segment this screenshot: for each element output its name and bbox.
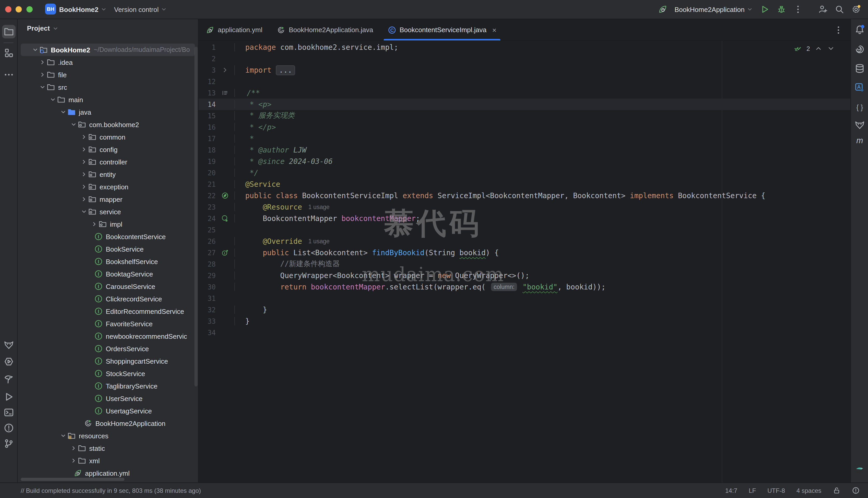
project-logo[interactable]: BH [45, 4, 56, 14]
line-number[interactable]: 25 [199, 226, 216, 234]
database-icon[interactable] [854, 63, 865, 74]
chevron-expanded-icon[interactable] [59, 432, 67, 440]
tree-item-com-bookhome2[interactable]: com.bookhome2 [18, 118, 198, 131]
tree-item-userservice[interactable]: IUserService [18, 392, 198, 405]
line-number[interactable]: 23 [199, 203, 216, 211]
window-zoom-button[interactable] [26, 6, 33, 12]
tree-item-bookshelfservice[interactable]: IBookshelfService [18, 255, 198, 268]
line-number[interactable]: 14 [199, 100, 216, 108]
problems-circle-icon[interactable] [3, 423, 14, 433]
prev-problem-icon[interactable] [815, 44, 823, 52]
tree-item-application-yml[interactable]: application.yml [18, 467, 198, 479]
chevron-collapsed-icon[interactable] [80, 195, 88, 204]
tree-item-booktagservice[interactable]: IBooktagService [18, 268, 198, 280]
debug-button[interactable] [777, 5, 786, 14]
tree-item-config[interactable]: config [18, 143, 198, 156]
tree-item-newbookrecommendservic[interactable]: InewbookrecommendServic [18, 330, 198, 342]
folded-imports[interactable]: ... [276, 65, 295, 75]
more-horizontal-icon[interactable] [3, 69, 14, 80]
tab-options-icon[interactable] [834, 25, 843, 35]
tree-item-java[interactable]: java [18, 106, 198, 118]
run-play-icon[interactable] [3, 392, 14, 402]
chevron-expanded-icon[interactable] [80, 208, 88, 216]
line-number[interactable]: 12 [199, 78, 216, 85]
line-number[interactable]: 20 [199, 169, 216, 176]
maven-m-icon[interactable]: m [854, 135, 865, 146]
chevron-expanded-icon[interactable] [38, 83, 47, 91]
line-number[interactable]: 22 [199, 192, 216, 199]
indent-selector[interactable]: 4 spaces [797, 487, 821, 494]
tree-item-impl[interactable]: impl [18, 218, 198, 230]
chevron-collapsed-icon[interactable] [80, 133, 88, 141]
chevron-collapsed-icon[interactable] [80, 145, 88, 154]
chevron-collapsed-icon[interactable] [38, 70, 47, 79]
settings-gear-icon[interactable] [851, 5, 861, 14]
tree-item-resources[interactable]: resources [18, 430, 198, 442]
tree-horizontal-scrollbar[interactable] [21, 478, 124, 481]
line-number[interactable]: 32 [199, 306, 216, 314]
line-number[interactable]: 26 [199, 237, 216, 245]
line-number[interactable]: 15 [199, 112, 216, 120]
tree-item-bookhome2[interactable]: BookHome2~/Downloads/mudaimaProject/Bo [21, 43, 195, 56]
tree-item-favoriteservice[interactable]: IFavoriteService [18, 317, 198, 330]
line-number[interactable]: 21 [199, 180, 216, 188]
search-everywhere-icon[interactable] [835, 5, 844, 14]
line-number[interactable]: 30 [199, 283, 216, 291]
tree-item-bookcontentservice[interactable]: IBookcontentService [18, 230, 198, 243]
chevron-collapsed-icon[interactable] [80, 158, 88, 166]
code-with-me-icon[interactable] [818, 5, 828, 14]
editor-tab-bookcontentserviceimpl-java[interactable]: CBookcontentServiceImpl.java× [380, 19, 504, 40]
structure-boxes-icon[interactable] [3, 48, 14, 58]
lock-open-icon[interactable] [833, 487, 841, 494]
tree-item-bookhome2application[interactable]: BookHome2Application [18, 417, 198, 430]
editor-tab-bookhome2application-java[interactable]: BookHome2Application.java [270, 19, 380, 40]
run-configuration-selector[interactable]: BookHome2Application [675, 5, 753, 13]
tree-item-file[interactable]: file [18, 68, 198, 81]
line-number[interactable]: 27 [199, 249, 216, 257]
tree-item-controller[interactable]: controller [18, 156, 198, 168]
gutter-bean-icon[interactable] [222, 192, 229, 199]
line-number[interactable]: 3 [199, 66, 216, 74]
project-widget[interactable]: BookHome2 [59, 0, 107, 19]
close-tab-icon[interactable]: × [492, 26, 496, 34]
tree-item-entity[interactable]: entity [18, 168, 198, 181]
usage-count-hint[interactable]: 1 usage [308, 238, 330, 244]
tree-item-common[interactable]: common [18, 131, 198, 143]
mascot-raccoon-icon[interactable] [3, 340, 14, 350]
git-branch-icon[interactable] [3, 438, 14, 449]
tree-item--idea[interactable]: .idea [18, 56, 198, 68]
line-number[interactable]: 28 [199, 260, 216, 268]
services-hexagon-icon[interactable] [3, 356, 14, 367]
chevron-expanded-icon[interactable] [49, 95, 57, 104]
line-number[interactable]: 29 [199, 272, 216, 279]
gutter-impl-icon[interactable]: I [222, 249, 229, 256]
more-actions-icon[interactable] [793, 5, 803, 14]
tree-item-usertagservice[interactable]: IUsertagService [18, 405, 198, 417]
line-number[interactable]: 2 [199, 55, 216, 63]
line-number[interactable]: 1 [199, 43, 216, 51]
problems-status-icon[interactable] [852, 487, 860, 494]
chevron-collapsed-icon[interactable] [80, 183, 88, 191]
chevron-collapsed-icon[interactable] [90, 220, 98, 228]
chevron-expanded-icon[interactable] [69, 120, 78, 129]
terminal-icon[interactable] [3, 407, 14, 418]
line-number[interactable]: 31 [199, 294, 216, 302]
line-ending-selector[interactable]: LF [749, 487, 756, 494]
line-number[interactable]: 24 [199, 214, 216, 222]
tree-item-src[interactable]: src [18, 81, 198, 93]
tree-item-static[interactable]: static [18, 442, 198, 455]
chevron-collapsed-icon[interactable] [69, 457, 78, 465]
tree-item-editorrecommendservice[interactable]: IEditorRecommendService [18, 305, 198, 317]
project-folder-icon[interactable] [2, 25, 15, 38]
version-control-menu[interactable]: Version control [114, 0, 167, 19]
build-hammer-icon[interactable] [3, 374, 14, 384]
editor-tab-application-yml[interactable]: application.yml [199, 19, 270, 40]
line-number[interactable]: 18 [199, 146, 216, 154]
line-number[interactable]: 13 [199, 89, 216, 97]
project-panel-header[interactable]: Project [27, 24, 58, 32]
chevron-collapsed-icon[interactable] [80, 170, 88, 179]
line-number[interactable]: 16 [199, 123, 216, 131]
chevron-expanded-icon[interactable] [31, 45, 39, 54]
tree-item-main[interactable]: main [18, 93, 198, 106]
run-button[interactable] [760, 5, 770, 14]
